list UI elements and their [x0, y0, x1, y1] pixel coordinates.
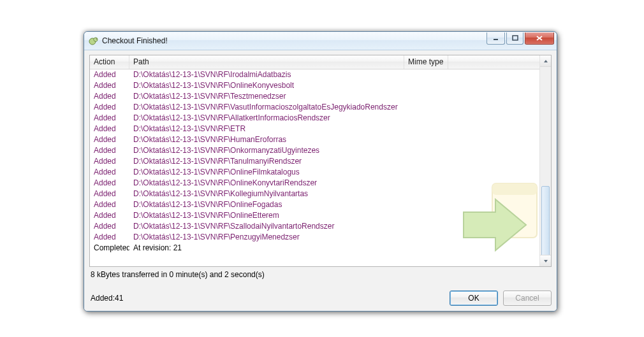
maximize-button[interactable] [506, 32, 523, 45]
cell-spacer [448, 124, 539, 134]
column-headers: Action Path Mime type [90, 55, 539, 69]
column-action[interactable]: Action [90, 55, 129, 69]
cell-action: Added [90, 134, 129, 145]
tortoisesvn-icon [89, 36, 99, 46]
cell-mime [404, 167, 448, 178]
log-row[interactable]: AddedD:\Oktatás\12-13-1\SVN\RF\Tanulmany… [90, 156, 539, 167]
log-rows: AddedD:\Oktatás\12-13-1\SVN\RF\IrodalmiA… [90, 69, 539, 254]
close-icon [536, 35, 543, 41]
dialog-buttons: OK Cancel [450, 290, 552, 306]
ok-button[interactable]: OK [450, 290, 498, 306]
cell-mime [404, 91, 448, 102]
cell-spacer [448, 102, 539, 113]
scrollbar-thumb[interactable] [541, 186, 550, 257]
cell-spacer [448, 167, 539, 178]
cell-spacer [448, 243, 539, 254]
cell-path: D:\Oktatás\12-13-1\SVN\RF\OnlineKonyvtar… [129, 178, 404, 189]
bottom-row: Added:41 OK Cancel [89, 290, 552, 306]
scroll-down-button[interactable] [540, 255, 551, 266]
cell-path: D:\Oktatás\12-13-1\SVN\RF\TanulmanyiRend… [129, 156, 404, 167]
cell-spacer [448, 69, 539, 80]
cell-spacer [448, 210, 539, 221]
cell-mime [404, 69, 448, 80]
cell-mime [404, 221, 448, 232]
log-row[interactable]: AddedD:\Oktatás\12-13-1\SVN\RF\OnlineFog… [90, 199, 539, 210]
chevron-down-icon [543, 259, 548, 263]
titlebar[interactable]: Checkout Finished! [84, 32, 557, 50]
svg-point-2 [96, 39, 96, 39]
vertical-scrollbar[interactable] [539, 55, 551, 266]
cell-path: D:\Oktatás\12-13-1\SVN\RF\ETR [129, 124, 404, 134]
cell-spacer [448, 156, 539, 167]
cell-path: D:\Oktatás\12-13-1\SVN\RF\SzallodaiNyilv… [129, 221, 404, 232]
column-mime[interactable]: Mime type [404, 55, 448, 69]
cell-path: D:\Oktatás\12-13-1\SVN\RF\OnlineEtterem [129, 210, 404, 221]
log-row[interactable]: AddedD:\Oktatás\12-13-1\SVN\RF\OnlineKon… [90, 178, 539, 189]
transfer-status: 8 kBytes transferred in 0 minute(s) and … [91, 270, 550, 279]
cell-action: Added [90, 102, 129, 113]
log-table: Action Path Mime type AddedD:\Oktatás\12… [90, 55, 539, 266]
log-row[interactable]: AddedD:\Oktatás\12-13-1\SVN\RF\OnlineKon… [90, 80, 539, 91]
log-row[interactable]: AddedD:\Oktatás\12-13-1\SVN\RF\Kollegium… [90, 189, 539, 199]
svg-rect-3 [494, 39, 498, 40]
cell-mime [404, 134, 448, 145]
cell-action: Added [90, 189, 129, 199]
cell-action: Added [90, 124, 129, 134]
cell-mime [404, 232, 448, 243]
cell-mime [404, 113, 448, 124]
cell-action: Added [90, 145, 129, 156]
cell-path: At revision: 21 [129, 243, 404, 254]
cell-mime [404, 189, 448, 199]
dialog-window: Checkout Finished! [84, 31, 557, 312]
log-row[interactable]: AddedD:\Oktatás\12-13-1\SVN\RF\Onkormany… [90, 145, 539, 156]
cell-path: D:\Oktatás\12-13-1\SVN\RF\OnlineFilmkata… [129, 167, 404, 178]
close-button[interactable] [525, 32, 554, 45]
cell-mime [404, 199, 448, 210]
cell-mime [404, 243, 448, 254]
cell-action: Added [90, 80, 129, 91]
cell-path: D:\Oktatás\12-13-1\SVN\RF\AllatkertInfor… [129, 113, 404, 124]
cell-spacer [448, 134, 539, 145]
cell-mime [404, 102, 448, 113]
cell-spacer [448, 113, 539, 124]
cell-mime [404, 156, 448, 167]
cell-path: D:\Oktatás\12-13-1\SVN\RF\IrodalmiAdatba… [129, 69, 404, 80]
log-list: Action Path Mime type AddedD:\Oktatás\12… [89, 55, 552, 267]
cell-action: Added [90, 221, 129, 232]
log-row[interactable]: AddedD:\Oktatás\12-13-1\SVN\RF\Szallodai… [90, 221, 539, 232]
cell-action: Added [90, 178, 129, 189]
cell-action: Added [90, 69, 129, 80]
cell-action: Added [90, 199, 129, 210]
scroll-up-button[interactable] [540, 55, 551, 67]
log-row[interactable]: AddedD:\Oktatás\12-13-1\SVN\RF\VasutInfo… [90, 102, 539, 113]
cell-mime [404, 80, 448, 91]
column-path[interactable]: Path [129, 55, 404, 69]
added-count: Added:41 [91, 294, 123, 303]
log-row[interactable]: AddedD:\Oktatás\12-13-1\SVN\RF\PenzugyiM… [90, 232, 539, 243]
log-row[interactable]: AddedD:\Oktatás\12-13-1\SVN\RF\Tesztmene… [90, 91, 539, 102]
log-row[interactable]: AddedD:\Oktatás\12-13-1\SVN\RF\OnlineEtt… [90, 210, 539, 221]
cell-spacer [448, 221, 539, 232]
log-row[interactable]: AddedD:\Oktatás\12-13-1\SVN\RF\ETR [90, 124, 539, 134]
cell-path: D:\Oktatás\12-13-1\SVN\RF\OnlineFogadas [129, 199, 404, 210]
cell-action: Completed [90, 243, 129, 254]
log-row[interactable]: AddedD:\Oktatás\12-13-1\SVN\RF\IrodalmiA… [90, 69, 539, 80]
minimize-button[interactable] [487, 32, 505, 45]
cell-path: D:\Oktatás\12-13-1\SVN\RF\HumanEroforras [129, 134, 404, 145]
svg-rect-4 [513, 36, 518, 40]
cell-action: Added [90, 91, 129, 102]
svg-marker-10 [544, 260, 548, 262]
log-row[interactable]: AddedD:\Oktatás\12-13-1\SVN\RF\Allatkert… [90, 113, 539, 124]
svg-marker-9 [544, 60, 548, 62]
cell-action: Added [90, 210, 129, 221]
cancel-button: Cancel [503, 290, 552, 306]
cell-mime [404, 145, 448, 156]
log-row[interactable]: AddedD:\Oktatás\12-13-1\SVN\RF\OnlineFil… [90, 167, 539, 178]
cell-path: D:\Oktatás\12-13-1\SVN\RF\VasutInformaci… [129, 102, 404, 113]
chevron-up-icon [543, 59, 548, 63]
cell-spacer [448, 178, 539, 189]
cell-action: Added [90, 156, 129, 167]
log-row-completed[interactable]: CompletedAt revision: 21 [90, 243, 539, 254]
log-row[interactable]: AddedD:\Oktatás\12-13-1\SVN\RF\HumanErof… [90, 134, 539, 145]
window-title: Checkout Finished! [102, 36, 485, 45]
